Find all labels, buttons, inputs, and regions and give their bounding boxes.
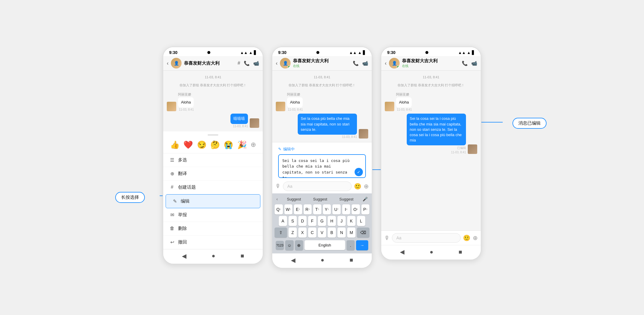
phone3-nav-home[interactable]: ● [430,249,433,255]
phone3-video-icon[interactable]: 📹 [471,61,477,66]
message-input[interactable]: Aa [283,182,352,191]
phone2: 9:30 ▲▲ ▲ ▋ ‹ 👤 恭喜发财大吉大 [272,47,372,268]
phone3-msg1-bubble: Aloha [396,97,412,107]
chevron-left-icon[interactable]: ‹ [276,197,278,201]
phone2-phone-icon[interactable]: 📞 [353,61,359,66]
phone3-plus-button[interactable]: ⊕ [473,234,478,241]
key-V[interactable]: V [318,228,326,238]
plus-button[interactable]: ⊕ [364,183,369,190]
keyboard-rows: Q1 W2 E3 R4 T5 Y6 U7 I8 O9 P0 A [273,204,371,250]
editing-textarea[interactable]: Sei la cosa sei la i cosa più bella che … [278,154,366,178]
key-R[interactable]: R4 [304,204,312,214]
key-O[interactable]: O9 [352,204,360,214]
phone1-status-icons: ▲▲ ▲ ▋ [240,50,257,55]
suggest-3[interactable]: Suggest [336,196,356,202]
key-J[interactable]: J [337,216,346,226]
mic-icon[interactable]: 🎙 [275,183,281,189]
emoji-cry[interactable]: 😭 [224,140,233,149]
menu-report[interactable]: ✉ 举报 [163,208,263,222]
menu-topic[interactable]: # 创建话题 [163,181,263,194]
key-W[interactable]: W2 [284,204,293,214]
key-row-1: Q1 W2 E3 R4 T5 Y6 U7 I8 O9 P0 [275,204,369,214]
key-period[interactable]: . [347,240,355,250]
phone3-message-input[interactable]: Aa [392,233,461,243]
key-N[interactable]: N [337,228,346,238]
key-T[interactable]: T5 [313,204,321,214]
avatar-img: 👤 [171,58,182,69]
phone1-nav-actions: # 📞 📹 [238,61,259,66]
suggest-row: ‹ Suggest Suggest Suggest 🎤 [273,195,371,203]
emoji-more-button[interactable]: ⊕ [251,140,256,149]
key-A[interactable]: A [279,216,287,226]
key-D[interactable]: D [298,216,307,226]
nav-square-icon[interactable]: ■ [241,252,244,259]
phone3-msg2-edited: 已编辑 [407,146,466,150]
emoji-party[interactable]: 🎉 [237,140,247,149]
back-button[interactable]: ‹ [167,60,169,66]
key-U[interactable]: U7 [332,204,341,214]
key-space[interactable]: English [305,240,345,250]
video-nav-icon[interactable]: 📹 [253,61,259,66]
phone3-mic-icon[interactable]: 🎙 [384,235,390,241]
phone2-msg2-content: Sei la cosa più bella che mia sia mai ca… [298,114,357,139]
menu-recall[interactable]: ↩ 撤回 [163,236,263,249]
key-P[interactable]: P0 [361,204,370,214]
key-L[interactable]: L [357,216,365,226]
phone3-nav-square[interactable]: ■ [459,249,462,255]
emoji-think[interactable]: 🤔 [210,140,220,149]
suggest-2[interactable]: Suggest [310,196,330,202]
menu-edit[interactable]: ✎ 编辑 [166,194,260,208]
key-shift[interactable]: ⇧ [275,228,287,238]
key-E[interactable]: E3 [294,204,302,214]
phone3-nav-back[interactable]: ◀ [400,248,404,255]
key-Y[interactable]: Y6 [323,204,331,214]
wifi-icon: ▲ [249,50,253,55]
key-F[interactable]: F [308,216,316,226]
phone1: 9:30 ▲▲ ▲ ▋ ‹ 👤 恭喜发财大吉大利 [163,47,263,264]
phone2-status-icons: ▲▲ ▲ ▋ [349,50,366,55]
key-Q[interactable]: Q1 [275,204,283,214]
key-emoji[interactable]: ☺ [285,240,293,250]
key-enter[interactable]: → [356,240,368,250]
key-123[interactable]: ?123 [276,241,284,250]
emoji-wink[interactable]: 😏 [197,140,206,149]
key-G[interactable]: G [318,216,326,226]
phone2-nav: ‹ 👤 恭喜发财大吉大利 在线 📞 📹 [272,56,372,71]
key-Z[interactable]: Z [289,228,297,238]
key-I[interactable]: I8 [342,204,350,214]
editing-confirm-button[interactable]: ✓ [355,168,363,176]
phone-nav-icon[interactable]: 📞 [244,61,250,66]
phone2-back-button[interactable]: ‹ [276,60,278,66]
phone3-emoji-button[interactable]: 🙂 [463,234,470,241]
key-X[interactable]: X [298,228,307,238]
phone1-camera-dot [207,51,210,54]
emoji-button[interactable]: 🙂 [354,183,361,190]
phone2-nav-square[interactable]: ■ [350,257,353,263]
key-globe[interactable]: ⊕ [295,240,303,250]
keyboard-mic-icon[interactable]: 🎤 [363,197,368,201]
hash-nav-icon[interactable]: # [238,61,240,66]
emoji-heart[interactable]: ❤️ [183,140,193,149]
key-M[interactable]: M [347,228,355,238]
phone2-nav-back[interactable]: ◀ [291,257,295,264]
key-H[interactable]: H [328,216,336,226]
key-C[interactable]: C [308,228,316,238]
menu-translate[interactable]: ⊕ 翻译 [163,167,263,181]
key-backspace[interactable]: ⌫ [357,228,369,238]
phone2-video-icon[interactable]: 📹 [362,61,368,66]
phone3-back-button[interactable]: ‹ [385,60,387,66]
emoji-thumbsup[interactable]: 👍 [170,140,180,149]
nav-home-icon[interactable]: ● [212,252,215,259]
annotation-edited: 消息已编辑 [512,118,547,129]
nav-back-icon[interactable]: ◀ [182,252,186,260]
key-K[interactable]: K [347,216,355,226]
menu-multiselect[interactable]: ☰ 多选 [163,153,263,167]
suggest-1[interactable]: Suggest [284,196,304,202]
phone2-nav-home[interactable]: ● [321,257,324,263]
phone3-phone-icon[interactable]: 📞 [462,61,468,66]
phone1-msg1-sender: 阿丽亚娜 [178,92,194,97]
key-S[interactable]: S [289,216,297,226]
phone2-msg1-avatar [276,102,285,111]
menu-delete[interactable]: 🗑 删除 [163,222,263,236]
key-B[interactable]: B [328,228,336,238]
